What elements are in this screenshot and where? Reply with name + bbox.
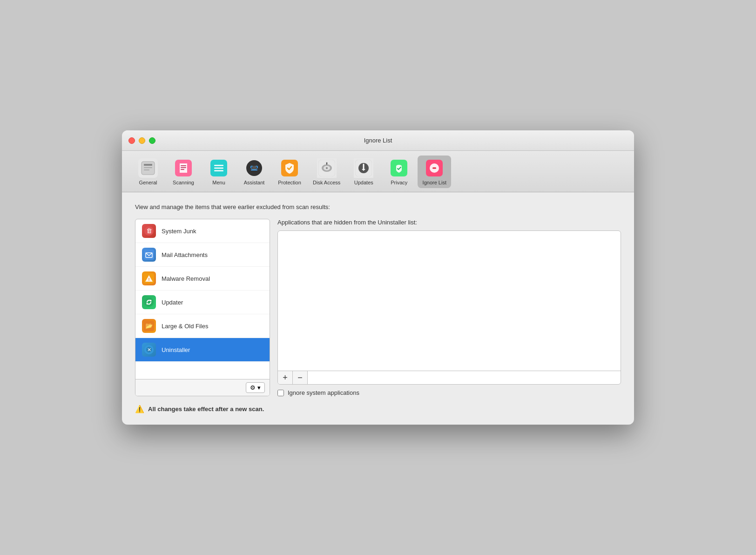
gear-button[interactable]: ⚙ ▾ (246, 382, 265, 393)
updater-label: Updater (162, 299, 183, 306)
left-panel-bottom: ⚙ ▾ (135, 379, 270, 396)
minimize-button[interactable] (139, 137, 145, 144)
tab-scanning[interactable]: Scanning (167, 156, 200, 188)
ignore-system-checkbox[interactable] (277, 390, 284, 396)
svg-rect-1 (144, 164, 152, 166)
app-list-area (278, 231, 621, 371)
menu-icon (209, 158, 229, 178)
svg-point-20 (326, 167, 328, 169)
mail-attachments-label: Mail Attachments (162, 251, 208, 258)
svg-rect-7 (214, 168, 223, 169)
svg-rect-2 (144, 167, 152, 168)
svg-point-35 (144, 298, 154, 307)
tab-protection[interactable]: Protection (273, 156, 306, 188)
ignore-system-row: Ignore system applications (277, 389, 621, 396)
ignore-list-icon (425, 158, 444, 178)
system-junk-icon: 🗑 (142, 224, 156, 238)
uninstaller-label: Uninstaller (162, 346, 190, 353)
tab-updates-label: Updates (354, 180, 373, 185)
svg-rect-15 (251, 169, 257, 170)
toolbar: General Scanni (122, 151, 634, 192)
tab-assistant-label: Assistant (244, 180, 265, 185)
list-item-malware-removal[interactable]: ! Malware Removal (135, 267, 270, 291)
svg-text:!: ! (148, 277, 150, 282)
disk-icon (317, 158, 337, 178)
tab-privacy[interactable]: Privacy (382, 156, 416, 188)
list-item-updater[interactable]: Updater (135, 291, 270, 314)
list-item-uninstaller[interactable]: ✕ Uninstaller (135, 338, 270, 362)
tab-protection-label: Protection (278, 180, 301, 185)
svg-text:📂: 📂 (145, 322, 153, 330)
right-panel: Applications that are hidden from the Un… (277, 219, 621, 396)
content-area: View and manage the items that were earl… (122, 192, 634, 425)
system-junk-label: System Junk (162, 228, 196, 235)
general-icon (138, 158, 158, 178)
tab-menu[interactable]: Menu (202, 156, 236, 188)
uninstaller-icon: ✕ (142, 343, 156, 357)
large-old-files-label: Large & Old Files (162, 323, 208, 330)
tab-assistant[interactable]: Assistant (237, 156, 271, 188)
footer-warning-text: All changes take effect after a new scan… (148, 406, 264, 413)
list-item-system-junk[interactable]: 🗑 System Junk (135, 219, 270, 243)
tab-general-label: General (139, 180, 157, 185)
list-item-large-old-files[interactable]: 📂 Large & Old Files (135, 314, 270, 338)
svg-text:🗑: 🗑 (146, 227, 152, 234)
traffic-lights (128, 137, 155, 144)
add-button[interactable]: + (278, 371, 293, 384)
updates-icon (354, 158, 373, 178)
svg-rect-8 (214, 170, 223, 172)
app-list-description: Applications that are hidden from the Un… (277, 219, 621, 226)
svg-rect-3 (144, 169, 149, 170)
titlebar: Ignore List (122, 130, 634, 151)
scanning-icon (174, 158, 193, 178)
tab-privacy-label: Privacy (391, 180, 407, 185)
assistant-icon (244, 158, 264, 178)
tab-updates[interactable]: Updates (347, 156, 380, 188)
tab-menu-label: Menu (212, 180, 225, 185)
main-panel: 🗑 System Junk Mai (135, 219, 621, 396)
tab-general[interactable]: General (131, 156, 165, 188)
tab-ignore-list[interactable]: Ignore List (418, 156, 451, 188)
ignore-system-label: Ignore system applications (288, 389, 359, 396)
warning-icon: ⚠️ (135, 405, 144, 413)
mail-attachments-icon (142, 248, 156, 262)
svg-text:✕: ✕ (147, 347, 151, 352)
window-title: Ignore List (364, 137, 392, 144)
app-list-container: + − (277, 230, 621, 385)
category-list: 🗑 System Junk Mai (135, 219, 270, 379)
svg-rect-6 (214, 165, 223, 166)
large-old-files-icon: 📂 (142, 319, 156, 333)
remove-button[interactable]: − (293, 371, 308, 384)
malware-removal-label: Malware Removal (162, 275, 210, 282)
malware-removal-icon: ! (142, 271, 156, 285)
close-button[interactable] (128, 137, 135, 144)
page-description: View and manage the items that were earl… (135, 203, 621, 210)
maximize-button[interactable] (149, 137, 155, 144)
tab-ignore-list-label: Ignore List (423, 180, 446, 185)
updater-icon (142, 295, 156, 309)
left-panel: 🗑 System Junk Mai (135, 219, 270, 396)
svg-rect-28 (432, 168, 436, 169)
list-item-mail-attachments[interactable]: Mail Attachments (135, 243, 270, 267)
tab-disk-access-label: Disk Access (313, 180, 340, 185)
protection-icon (280, 158, 299, 178)
tab-disk-access[interactable]: Disk Access (308, 156, 345, 188)
app-list-bottom: + − (278, 371, 621, 384)
main-window: Ignore List General (122, 130, 634, 425)
footer: ⚠️ All changes take effect after a new s… (135, 405, 621, 413)
tab-scanning-label: Scanning (173, 180, 194, 185)
privacy-icon (389, 158, 409, 178)
